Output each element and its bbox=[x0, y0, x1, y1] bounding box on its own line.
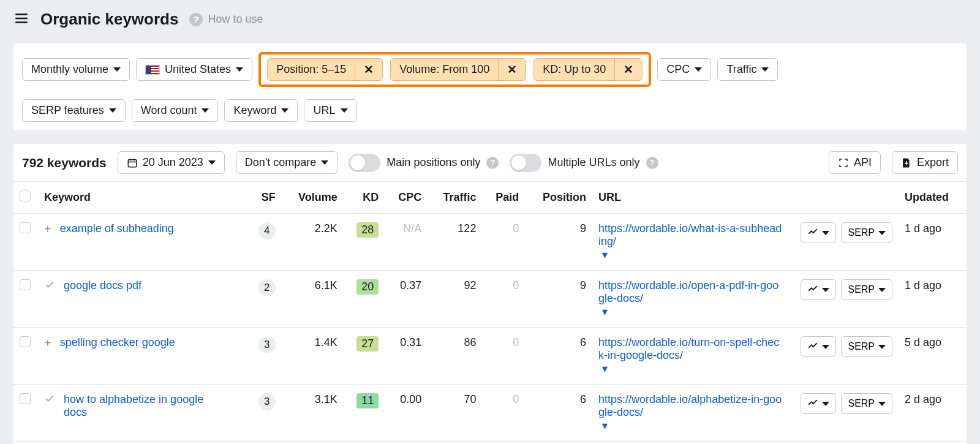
row-checkbox[interactable] bbox=[20, 279, 31, 290]
traffic-filter[interactable]: Traffic bbox=[717, 58, 778, 81]
position-value: 9 bbox=[525, 214, 592, 271]
code-icon bbox=[838, 157, 849, 168]
caret-down-icon bbox=[208, 160, 216, 165]
menu-icon[interactable] bbox=[13, 10, 29, 29]
keyword-link[interactable]: spelling checker google bbox=[60, 336, 175, 349]
updated-value: 7 d ago bbox=[899, 442, 967, 445]
chip-label: Position: 5–15 bbox=[268, 59, 355, 80]
caret-down-icon bbox=[761, 67, 769, 72]
filter-chip-position[interactable]: Position: 5–15✕ bbox=[267, 58, 383, 81]
col-position[interactable]: Position bbox=[525, 182, 592, 214]
trend-icon bbox=[807, 226, 818, 239]
export-button[interactable]: Export bbox=[892, 151, 958, 174]
caret-down-icon bbox=[878, 231, 886, 235]
row-checkbox[interactable] bbox=[20, 336, 31, 347]
chip-label: Volume: From 100 bbox=[391, 59, 498, 80]
api-button[interactable]: API bbox=[829, 151, 881, 174]
cpc-value: 0.01 bbox=[385, 442, 428, 445]
word-count-filter[interactable]: Word count bbox=[132, 99, 219, 122]
volume-value: 3.1K bbox=[282, 385, 344, 442]
help-icon[interactable]: ? bbox=[486, 157, 499, 169]
caret-down-icon bbox=[113, 67, 121, 72]
serp-features-filter[interactable]: SERP features bbox=[22, 99, 126, 122]
url-filter[interactable]: URL bbox=[304, 99, 356, 122]
close-icon[interactable]: ✕ bbox=[355, 59, 382, 80]
table-row: google docs pdf 2 6.1K 20 0.37 92 0 9 ht… bbox=[13, 271, 967, 328]
col-traffic[interactable]: Traffic bbox=[428, 182, 482, 214]
table-row: what is a subheading 1 3.1K 16 0.01 65 0… bbox=[13, 442, 967, 445]
trend-button[interactable] bbox=[801, 279, 836, 300]
keyword-link[interactable]: how to alphabetize in google docs bbox=[64, 393, 205, 419]
volume-value: 6.1K bbox=[282, 271, 344, 328]
caret-down-icon bbox=[822, 402, 829, 406]
caret-down-icon[interactable]: ▾ bbox=[602, 248, 608, 262]
position-value: 6 bbox=[525, 442, 592, 445]
serp-button[interactable]: SERP bbox=[841, 393, 892, 414]
serp-button[interactable]: SERP bbox=[841, 279, 892, 300]
export-label: Export bbox=[917, 156, 949, 169]
filter-chip-kd[interactable]: KD: Up to 30✕ bbox=[533, 58, 643, 81]
serp-button[interactable]: SERP bbox=[841, 336, 892, 357]
col-keyword[interactable]: Keyword bbox=[38, 182, 246, 214]
filter-chip-volume[interactable]: Volume: From 100✕ bbox=[390, 58, 526, 81]
caret-down-icon bbox=[341, 108, 348, 113]
multiple-urls-toggle[interactable] bbox=[510, 154, 541, 172]
trend-button[interactable] bbox=[801, 393, 836, 414]
date-picker[interactable]: 20 Jun 2023 bbox=[118, 151, 225, 174]
volume-value: 3.1K bbox=[282, 442, 344, 445]
caret-down-icon[interactable]: ▾ bbox=[602, 305, 608, 318]
url-link[interactable]: https://wordable.io/turn-on-spell-check-… bbox=[598, 336, 782, 362]
results-count: 792 keywords bbox=[22, 156, 107, 170]
close-icon[interactable]: ✕ bbox=[498, 59, 526, 80]
trend-button[interactable] bbox=[801, 336, 836, 357]
page-title: Organic keywords bbox=[40, 10, 178, 29]
caret-down-icon bbox=[109, 108, 116, 113]
keyword-filter[interactable]: Keyword bbox=[224, 99, 298, 122]
kd-badge: 11 bbox=[356, 393, 379, 408]
country-filter[interactable]: United States bbox=[136, 58, 252, 81]
serp-label: SERP bbox=[848, 398, 875, 409]
sf-badge[interactable]: 4 bbox=[258, 222, 276, 239]
chip-label: KD: Up to 30 bbox=[534, 59, 614, 80]
col-kd[interactable]: KD bbox=[344, 182, 385, 214]
close-icon[interactable]: ✕ bbox=[614, 59, 642, 80]
how-to-use-link[interactable]: ? How to use bbox=[189, 13, 263, 26]
monthly-volume-filter[interactable]: Monthly volume bbox=[22, 58, 130, 81]
main-positions-toggle[interactable] bbox=[349, 154, 380, 172]
trend-button[interactable] bbox=[801, 222, 836, 243]
plus-icon[interactable]: + bbox=[44, 336, 51, 350]
help-icon[interactable]: ? bbox=[646, 157, 658, 169]
url-link[interactable]: https://wordable.io/what-is-a-subheading… bbox=[598, 222, 782, 248]
monthly-volume-label: Monthly volume bbox=[31, 63, 108, 76]
sf-badge[interactable]: 3 bbox=[258, 393, 276, 410]
caret-down-icon bbox=[236, 67, 243, 72]
col-updated[interactable]: Updated bbox=[899, 182, 967, 214]
caret-down-icon[interactable]: ▾ bbox=[602, 419, 608, 432]
col-cpc[interactable]: CPC bbox=[385, 182, 428, 214]
download-icon bbox=[901, 157, 912, 168]
paid-value: 0 bbox=[482, 385, 525, 442]
cpc-filter[interactable]: CPC bbox=[657, 58, 711, 81]
updated-value: 5 d ago bbox=[899, 328, 967, 385]
keyword-link[interactable]: google docs pdf bbox=[64, 279, 141, 292]
select-all-checkbox[interactable] bbox=[20, 190, 31, 201]
keyword-link[interactable]: example of subheading bbox=[60, 222, 174, 235]
col-sf[interactable]: SF bbox=[246, 182, 282, 214]
plus-icon[interactable]: + bbox=[44, 222, 51, 236]
row-checkbox[interactable] bbox=[20, 393, 31, 404]
caret-down-icon bbox=[695, 67, 702, 72]
serp-button[interactable]: SERP bbox=[841, 222, 892, 243]
caret-down-icon[interactable]: ▾ bbox=[602, 362, 608, 375]
url-link[interactable]: https://wordable.io/alphabetize-in-googl… bbox=[598, 393, 782, 419]
col-volume[interactable]: Volume bbox=[282, 182, 344, 214]
caret-down-icon bbox=[878, 345, 886, 349]
kd-badge: 20 bbox=[356, 279, 379, 295]
sf-badge[interactable]: 2 bbox=[258, 279, 276, 296]
col-paid[interactable]: Paid bbox=[482, 182, 525, 214]
col-url[interactable]: URL bbox=[592, 182, 788, 214]
sf-badge[interactable]: 3 bbox=[258, 336, 276, 353]
url-link[interactable]: https://wordable.io/open-a-pdf-in-google… bbox=[598, 279, 782, 305]
compare-dropdown[interactable]: Don't compare bbox=[236, 151, 338, 174]
serp-label: SERP bbox=[848, 284, 875, 295]
row-checkbox[interactable] bbox=[20, 222, 31, 233]
